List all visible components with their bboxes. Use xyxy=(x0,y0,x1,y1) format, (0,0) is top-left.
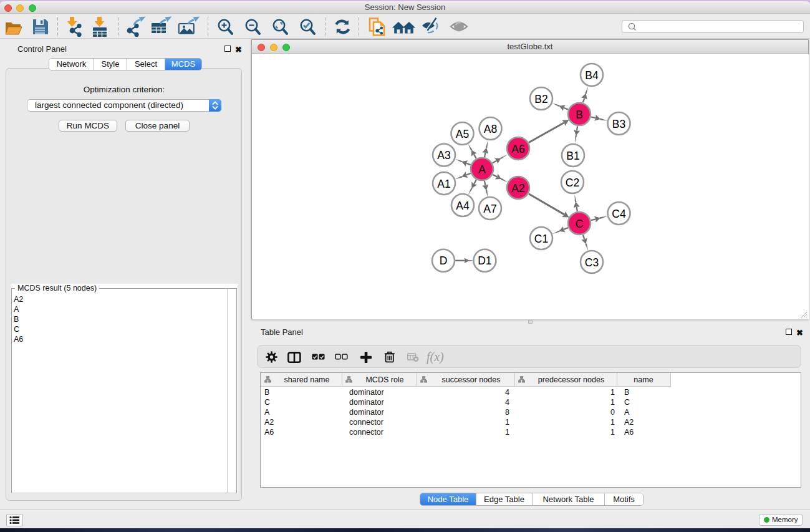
svg-text:A3: A3 xyxy=(437,149,450,162)
svg-text:C1: C1 xyxy=(534,233,548,245)
svg-text:A7: A7 xyxy=(483,203,496,215)
svg-text:B1: B1 xyxy=(566,150,579,162)
svg-text:C2: C2 xyxy=(566,177,579,189)
svg-text:D: D xyxy=(440,254,448,267)
svg-text:B: B xyxy=(576,109,583,121)
svg-text:A2: A2 xyxy=(511,182,524,195)
svg-text:A4: A4 xyxy=(456,200,470,212)
svg-text:C: C xyxy=(576,218,584,230)
svg-text:B3: B3 xyxy=(612,118,625,130)
svg-text:A8: A8 xyxy=(484,123,497,135)
svg-text:B4: B4 xyxy=(585,69,599,82)
svg-text:D1: D1 xyxy=(478,254,491,267)
svg-text:C3: C3 xyxy=(585,256,599,269)
svg-text:A6: A6 xyxy=(511,143,524,155)
svg-text:B2: B2 xyxy=(534,93,547,105)
svg-text:A5: A5 xyxy=(456,128,469,140)
svg-text:A1: A1 xyxy=(437,178,450,190)
svg-text:C4: C4 xyxy=(612,208,626,220)
svg-text:A: A xyxy=(478,163,486,176)
